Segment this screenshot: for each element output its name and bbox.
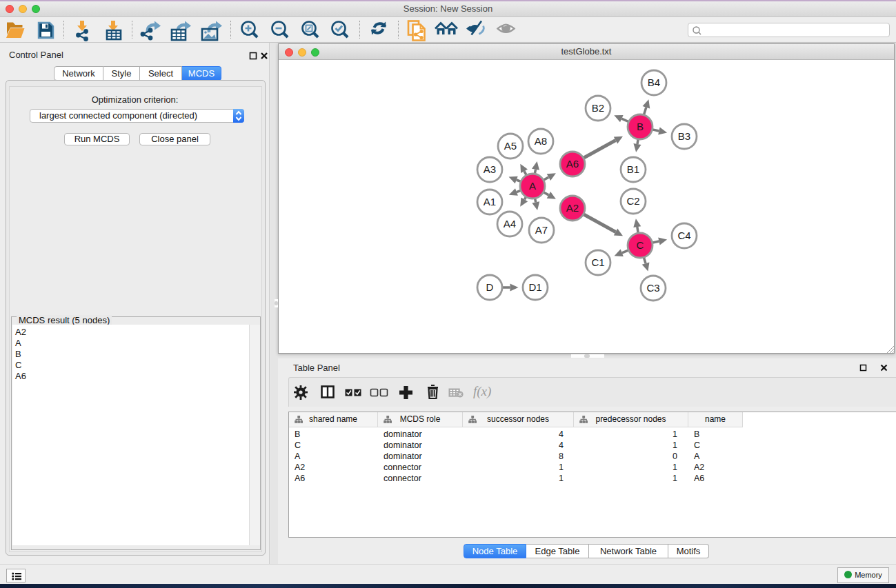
svg-text:A4: A4 [504,218,516,230]
svg-text:C2: C2 [626,195,639,207]
svg-text:B3: B3 [678,130,690,142]
svg-text:A1: A1 [484,196,496,207]
svg-text:A: A [529,180,536,192]
svg-text:B4: B4 [648,77,660,88]
svg-text:A2: A2 [566,202,579,214]
svg-text:A6: A6 [566,158,579,170]
svg-text:C1: C1 [591,256,604,268]
svg-text:C4: C4 [677,230,690,241]
svg-text:B2: B2 [592,102,604,114]
svg-text:f(x): f(x) [473,385,491,399]
svg-text:C: C [637,239,644,251]
svg-text:C3: C3 [646,282,659,294]
svg-text:D1: D1 [528,281,541,293]
svg-text:A5: A5 [504,140,517,152]
svg-text:A8: A8 [535,135,547,147]
svg-text:A3: A3 [484,163,496,175]
svg-text:B: B [637,121,644,132]
svg-text:B1: B1 [627,163,639,175]
svg-text:A7: A7 [535,224,548,236]
svg-text:D: D [486,281,494,293]
